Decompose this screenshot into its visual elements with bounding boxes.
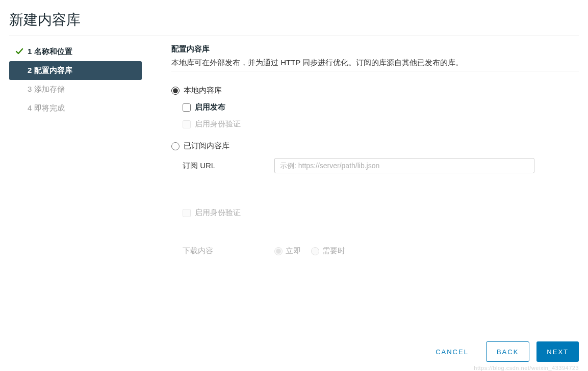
step-num: 1 — [28, 47, 32, 56]
dialog-title: 新建内容库 — [0, 0, 588, 36]
checkbox-enable-auth-subscribed-input — [183, 209, 191, 217]
radio-download-ondemand-input — [311, 247, 319, 255]
step-label: 配置内容库 — [34, 66, 72, 74]
checkbox-enable-auth-subscribed-label: 启用身份验证 — [195, 208, 241, 218]
checkbox-enable-publish-input[interactable] — [183, 103, 191, 112]
wizard-step-1[interactable]: 1 名称和位置 — [9, 42, 142, 61]
checkbox-enable-publish[interactable]: 启用发布 — [183, 102, 579, 112]
section-divider — [171, 71, 579, 71]
section-title: 配置内容库 — [171, 44, 579, 54]
dialog-footer: CANCEL BACK NEXT — [425, 341, 579, 362]
subscribe-url-input[interactable] — [274, 158, 534, 173]
checkbox-enable-auth-subscribed: 启用身份验证 — [183, 208, 579, 218]
wizard-step-2[interactable]: 2 配置内容库 — [9, 61, 142, 80]
watermark: https://blog.csdn.net/weixin_43394723 — [474, 365, 579, 371]
content-panel: 配置内容库 本地库可在外部发布，并为通过 HTTP 同步进行优化。订阅的库源自其… — [142, 42, 579, 269]
radio-download-ondemand: 需要时 — [311, 246, 345, 256]
radio-download-ondemand-label: 需要时 — [322, 246, 345, 256]
step-num: 2 — [28, 66, 32, 74]
radio-subscribed-input[interactable] — [171, 142, 180, 150]
wizard-step-3[interactable]: 3 添加存储 — [9, 80, 142, 99]
radio-download-immediate-input — [274, 247, 283, 255]
section-desc: 本地库可在外部发布，并为通过 HTTP 同步进行优化。订阅的库源自其他已发布的库… — [171, 58, 579, 68]
subscribe-url-label: 订阅 URL — [183, 161, 274, 171]
next-button[interactable]: NEXT — [536, 341, 579, 362]
radio-local-input[interactable] — [171, 87, 180, 95]
download-content-label: 下载内容 — [183, 246, 274, 256]
radio-local-library[interactable]: 本地内容库 — [171, 86, 579, 95]
wizard-step-4[interactable]: 4 即将完成 — [9, 99, 142, 118]
radio-subscribed-library[interactable]: 已订阅内容库 — [171, 141, 579, 151]
radio-local-label: 本地内容库 — [184, 86, 222, 95]
step-num: 3 — [28, 85, 32, 93]
step-label: 即将完成 — [34, 103, 65, 112]
wizard-sidebar: 1 名称和位置 2 配置内容库 3 添加存储 4 即将完成 — [9, 42, 142, 269]
check-icon — [15, 47, 23, 56]
main-layout: 1 名称和位置 2 配置内容库 3 添加存储 4 即将完成 配置内容库 本地库可… — [0, 36, 588, 269]
back-button[interactable]: BACK — [486, 341, 529, 362]
checkbox-enable-publish-label: 启用发布 — [195, 102, 225, 112]
cancel-button[interactable]: CANCEL — [425, 341, 479, 362]
checkbox-enable-auth-local: 启用身份验证 — [183, 119, 579, 129]
field-subscribe-url: 订阅 URL — [183, 158, 579, 173]
radio-download-immediate-label: 立即 — [286, 246, 301, 256]
step-label: 名称和位置 — [34, 47, 72, 56]
checkbox-enable-auth-local-input — [183, 120, 191, 128]
field-download-content: 下载内容 立即 需要时 — [183, 246, 579, 256]
step-num: 4 — [28, 103, 32, 112]
radio-download-immediate: 立即 — [274, 246, 301, 256]
download-radios: 立即 需要时 — [274, 246, 345, 256]
step-label: 添加存储 — [34, 85, 65, 93]
radio-subscribed-label: 已订阅内容库 — [184, 141, 229, 151]
checkbox-enable-auth-local-label: 启用身份验证 — [195, 119, 241, 129]
